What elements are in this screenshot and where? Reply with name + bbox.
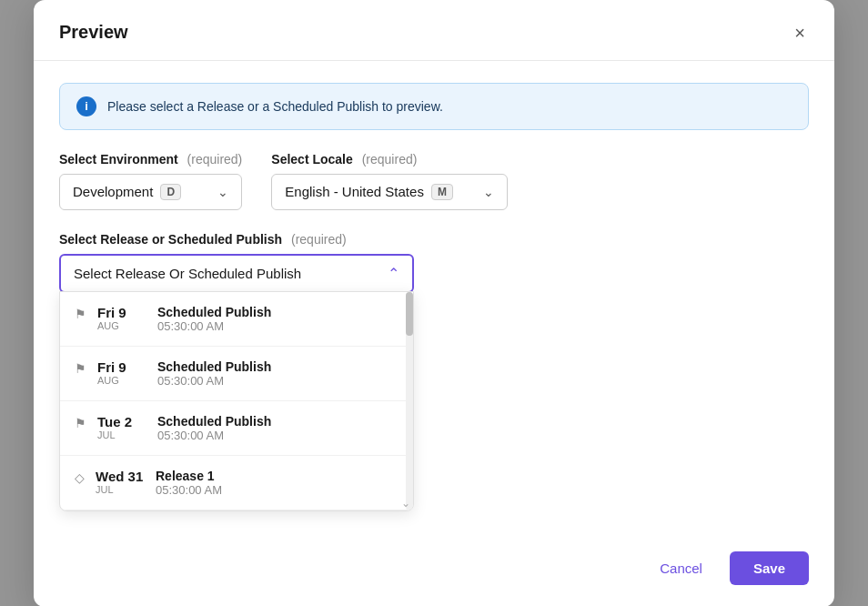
locale-chevron-down-icon: ⌄	[483, 185, 494, 199]
cancel-button[interactable]: Cancel	[643, 551, 719, 585]
flag-icon-2: ⚑	[75, 416, 86, 430]
environment-required: (required)	[187, 152, 243, 167]
item-time-0: 05:30:00 AM	[157, 319, 271, 333]
item-info-2: Scheduled Publish 05:30:00 AM	[157, 414, 271, 442]
item-time-3: 05:30:00 AM	[156, 483, 222, 497]
date-month-2: JUL	[97, 429, 116, 440]
item-info-1: Scheduled Publish 05:30:00 AM	[157, 359, 271, 388]
flag-icon-0: ⚑	[75, 307, 86, 321]
environment-value: Development	[73, 184, 153, 199]
date-block-3: Wed 31 JUL	[96, 469, 145, 495]
date-day-0: Fri 9	[97, 305, 126, 320]
modal-header: Preview ×	[34, 0, 834, 61]
dropdown-item-3[interactable]: ◇ Wed 31 JUL Release 1 05:30:00 AM	[60, 456, 413, 510]
release-required: (required)	[291, 232, 347, 247]
environment-group: Select Environment (required) Developmen…	[59, 152, 242, 210]
date-month-1: AUG	[97, 375, 119, 386]
scrollbar-track	[406, 292, 413, 510]
info-banner: i Please select a Release or a Scheduled…	[59, 83, 809, 130]
locale-badge: M	[431, 184, 453, 200]
environment-chevron-down-icon: ⌄	[217, 185, 228, 199]
modal-overlay: Preview × i Please select a Release or a…	[0, 0, 868, 606]
save-button[interactable]: Save	[730, 551, 809, 585]
item-info-0: Scheduled Publish 05:30:00 AM	[157, 305, 271, 333]
info-banner-text: Please select a Release or a Scheduled P…	[107, 99, 443, 114]
item-name-3: Release 1	[156, 469, 222, 483]
release-select-button[interactable]: Select Release Or Scheduled Publish ⌃	[59, 254, 414, 293]
scrollbar-thumb[interactable]	[406, 292, 413, 336]
locale-select[interactable]: English - United States M ⌄	[271, 174, 508, 210]
date-block-2: Tue 2 JUL	[97, 414, 146, 440]
item-time-1: 05:30:00 AM	[157, 374, 271, 388]
info-icon: i	[76, 96, 96, 116]
date-block-0: Fri 9 AUG	[97, 305, 146, 331]
dropdown-inner[interactable]: ⚑ Fri 9 AUG Scheduled Publish 05:30:00 A…	[60, 292, 413, 510]
form-row: Select Environment (required) Developmen…	[59, 152, 809, 210]
item-time-2: 05:30:00 AM	[157, 429, 271, 442]
item-name-1: Scheduled Publish	[157, 359, 271, 374]
date-day-1: Fri 9	[97, 359, 126, 375]
scroll-down-icon[interactable]: ⌄	[399, 496, 413, 510]
date-day-2: Tue 2	[97, 414, 132, 429]
locale-group: Select Locale (required) English - Unite…	[271, 152, 508, 210]
dropdown-item-2[interactable]: ⚑ Tue 2 JUL Scheduled Publish 05:30:00 A…	[60, 401, 413, 456]
modal-footer: Cancel Save	[34, 551, 834, 607]
date-day-3: Wed 31	[96, 469, 143, 484]
dropdown-item-1[interactable]: ⚑ Fri 9 AUG Scheduled Publish 05:30:00 A…	[60, 347, 413, 401]
diamond-icon-3: ◇	[75, 470, 85, 485]
release-placeholder: Select Release Or Scheduled Publish	[74, 266, 301, 281]
modal-body: i Please select a Release or a Scheduled…	[34, 61, 834, 544]
item-info-3: Release 1 05:30:00 AM	[156, 469, 222, 497]
modal: Preview × i Please select a Release or a…	[34, 0, 834, 606]
dropdown-item-0[interactable]: ⚑ Fri 9 AUG Scheduled Publish 05:30:00 A…	[60, 292, 413, 347]
release-chevron-up-icon: ⌃	[388, 265, 399, 282]
release-section: Select Release or Scheduled Publish (req…	[59, 232, 809, 511]
release-label: Select Release or Scheduled Publish (req…	[59, 232, 809, 247]
modal-title: Preview	[59, 22, 128, 43]
dropdown-wrapper: Select Release Or Scheduled Publish ⌃ ⚑ …	[59, 254, 809, 511]
flag-icon-1: ⚑	[75, 361, 86, 376]
locale-required: (required)	[362, 152, 418, 167]
environment-badge: D	[160, 184, 181, 200]
close-button[interactable]: ×	[791, 20, 809, 45]
dropdown-list: ⚑ Fri 9 AUG Scheduled Publish 05:30:00 A…	[59, 291, 414, 511]
item-name-2: Scheduled Publish	[157, 414, 271, 429]
item-name-0: Scheduled Publish	[157, 305, 271, 319]
date-month-3: JUL	[96, 484, 114, 495]
locale-label: Select Locale (required)	[271, 152, 508, 167]
environment-label: Select Environment (required)	[59, 152, 242, 167]
date-month-0: AUG	[97, 320, 119, 331]
locale-value: English - United States	[285, 184, 424, 199]
date-block-1: Fri 9 AUG	[97, 359, 146, 386]
environment-select[interactable]: Development D ⌄	[59, 174, 242, 210]
